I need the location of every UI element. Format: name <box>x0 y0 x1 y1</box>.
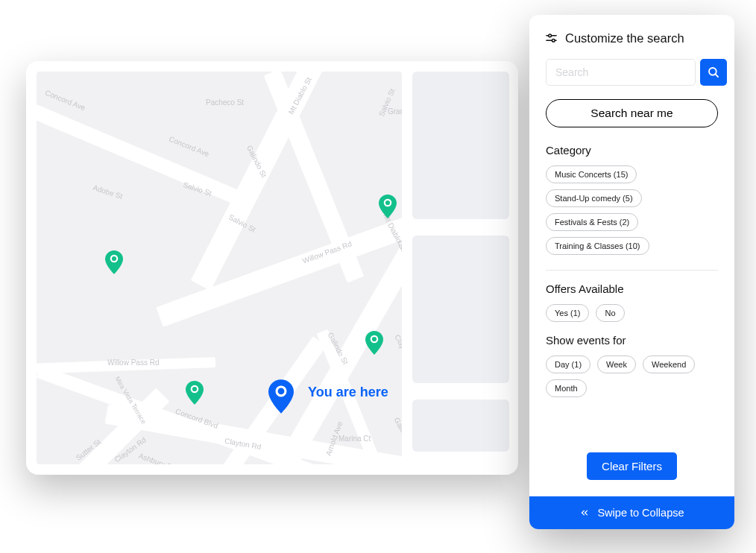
events-chip[interactable]: Month <box>546 379 587 397</box>
svg-line-12 <box>715 74 718 77</box>
user-location-pin-icon[interactable] <box>268 379 294 414</box>
skeleton-card <box>412 236 509 383</box>
events-chip[interactable]: Day (1) <box>546 356 590 373</box>
you-are-here-label: You are here <box>308 383 388 401</box>
category-chip[interactable]: Festivals & Fests (2) <box>546 213 638 231</box>
main-card: Concord Ave Adobe St Pacheco St Mt Diabl… <box>26 61 518 475</box>
street-label: Grant St <box>388 107 402 116</box>
offers-chip[interactable]: Yes (1) <box>546 304 589 322</box>
category-chip[interactable]: Music Concerts (15) <box>546 165 637 183</box>
map-pin-icon[interactable] <box>105 250 123 274</box>
svg-point-10 <box>552 39 555 42</box>
clear-filters-button[interactable]: Clear Filters <box>587 452 677 480</box>
skeleton-card <box>412 72 509 219</box>
events-chip[interactable]: Weekend <box>643 356 695 373</box>
events-chip[interactable]: Week <box>597 356 636 373</box>
sliders-icon <box>546 33 557 44</box>
map-area[interactable]: Concord Ave Adobe St Pacheco St Mt Diabl… <box>37 72 402 464</box>
divider <box>546 270 718 271</box>
swipe-to-collapse[interactable]: Swipe to Collapse <box>529 496 734 529</box>
street-label: Concord Ave <box>44 89 86 113</box>
panel-title: Customize the search <box>546 31 718 45</box>
events-chips: Day (1) Week Weekend Month <box>546 356 718 397</box>
search-near-me-button[interactable]: Search near me <box>546 99 718 127</box>
category-heading: Category <box>546 144 718 157</box>
offers-chips: Yes (1) No <box>546 304 718 322</box>
street-label: Concord Ave <box>168 135 210 159</box>
category-chip[interactable]: Training & Classes (10) <box>546 237 649 255</box>
street-label: Ashbury Dr <box>138 452 176 464</box>
street-label: Marina Ct <box>338 434 371 443</box>
street-label: Willow Pass Rd <box>107 358 159 367</box>
map-pin-icon[interactable] <box>365 331 383 355</box>
chevrons-left-icon <box>579 508 590 518</box>
street-label: Clayton Rd <box>393 333 402 370</box>
street-label: Adobe St <box>92 183 124 200</box>
category-chips: Music Concerts (15) Stand-Up comedy (5) … <box>546 165 718 255</box>
events-heading: Show events for <box>546 334 718 347</box>
skeleton-card <box>412 399 509 452</box>
street-label: Galindo St <box>393 416 402 450</box>
map-pin-icon[interactable] <box>186 381 204 405</box>
search-input[interactable] <box>546 59 696 86</box>
offers-chip[interactable]: No <box>596 304 624 322</box>
map-pin-icon[interactable] <box>379 195 397 218</box>
svg-point-9 <box>549 34 552 37</box>
filter-panel: Customize the search Search near me Cate… <box>529 15 734 529</box>
category-chip[interactable]: Stand-Up comedy (5) <box>546 189 642 207</box>
result-skeletons <box>412 72 509 464</box>
offers-heading: Offers Available <box>546 282 718 295</box>
search-button[interactable] <box>700 59 727 86</box>
street-label: Pacheco St <box>206 98 244 107</box>
search-icon <box>707 66 720 79</box>
